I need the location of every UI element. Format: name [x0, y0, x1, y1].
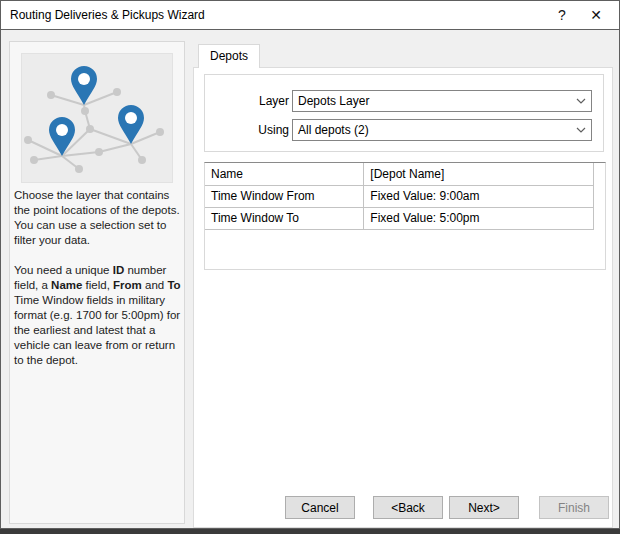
field-name-cell: Name [205, 163, 364, 185]
layer-label: Layer [209, 90, 289, 112]
field-name-cell: Time Window To [205, 207, 364, 229]
using-selected-value: All depots (2) [293, 123, 571, 137]
sidebar-requirements: You need a unique ID number field, a Nam… [14, 263, 183, 368]
field-value-cell[interactable]: [Depot Name] [364, 163, 594, 185]
close-button[interactable]: ✕ [579, 1, 613, 29]
layer-select[interactable]: Depots Layer [292, 90, 592, 112]
map-pin-icon [71, 66, 97, 105]
field-name-cell: Time Window From [205, 185, 364, 207]
table-row: Time Window To Fixed Value: 5:00pm [205, 207, 594, 229]
wizard-dialog: Routing Deliveries & Pickups Wizard ? ✕ [0, 0, 620, 529]
tab-panel-depots: Layer Depots Layer Using All depots (2) … [193, 67, 613, 528]
table-row: Name [Depot Name] [205, 163, 594, 185]
back-button[interactable]: <Back [373, 496, 443, 519]
window-title: Routing Deliveries & Pickups Wizard [1, 8, 545, 22]
field-value-cell[interactable]: Fixed Value: 9:00am [364, 185, 594, 207]
depots-illustration [21, 53, 173, 183]
using-select[interactable]: All depots (2) [292, 119, 592, 141]
title-bar: Routing Deliveries & Pickups Wizard ? ✕ [1, 1, 619, 30]
sidebar-description: Choose the layer that contains the point… [14, 188, 183, 248]
finish-button: Finish [539, 496, 609, 519]
field-value-cell[interactable]: Fixed Value: 5:00pm [364, 207, 594, 229]
chevron-down-icon [571, 127, 591, 133]
layer-selected-value: Depots Layer [293, 94, 571, 108]
cancel-button[interactable]: Cancel [285, 496, 355, 519]
help-button[interactable]: ? [545, 1, 579, 29]
map-pins-network-icon [22, 54, 172, 182]
tab-depots[interactable]: Depots [198, 44, 260, 68]
sidebar-help-text: Choose the layer that contains the point… [14, 188, 183, 383]
table-row: Time Window From Fixed Value: 9:00am [205, 185, 594, 207]
using-label: Using [209, 119, 289, 141]
field-mapping-table: Name [Depot Name] Time Window From Fixed… [204, 162, 606, 270]
sidebar: Choose the layer that contains the point… [9, 41, 185, 524]
map-pin-icon [118, 105, 144, 144]
next-button[interactable]: Next> [449, 496, 519, 519]
map-pin-icon [49, 117, 75, 156]
chevron-down-icon [571, 98, 591, 104]
